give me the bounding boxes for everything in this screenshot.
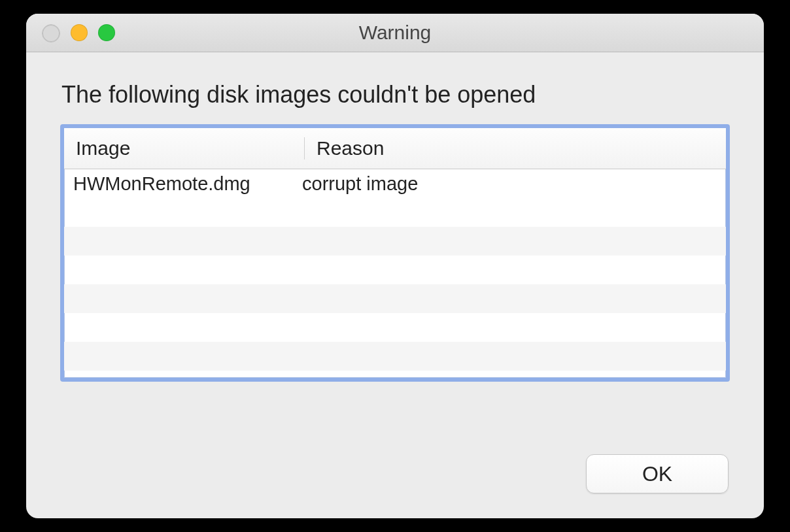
cell-reason: corrupt image (290, 169, 726, 198)
warning-message: The following disk images couldn't be op… (61, 81, 730, 108)
window-title: Warning (359, 22, 432, 44)
ok-button[interactable]: OK (586, 454, 729, 493)
table-row[interactable]: HWMonRemote.dmg corrupt image (64, 169, 726, 198)
column-header-image[interactable]: Image (64, 128, 305, 169)
table-row-empty (64, 198, 726, 227)
table-row-empty (64, 313, 726, 342)
titlebar: Warning (26, 14, 764, 52)
table-row-empty (64, 342, 726, 371)
cell-image: HWMonRemote.dmg (64, 169, 290, 198)
images-table: Image Reason HWMonRemote.dmg corrupt ima… (60, 124, 730, 382)
window-controls (42, 24, 115, 42)
table-row-empty (64, 284, 726, 313)
column-header-reason[interactable]: Reason (305, 128, 726, 169)
dialog-window: Warning The following disk images couldn… (26, 14, 764, 518)
minimize-icon[interactable] (71, 24, 88, 41)
dialog-content: The following disk images couldn't be op… (26, 52, 764, 405)
zoom-icon[interactable] (98, 24, 115, 41)
table-header-row: Image Reason (64, 128, 726, 169)
table-row-empty (64, 256, 726, 284)
table-row-empty (64, 227, 726, 256)
dialog-footer: OK (586, 454, 729, 493)
close-icon[interactable] (42, 24, 60, 42)
